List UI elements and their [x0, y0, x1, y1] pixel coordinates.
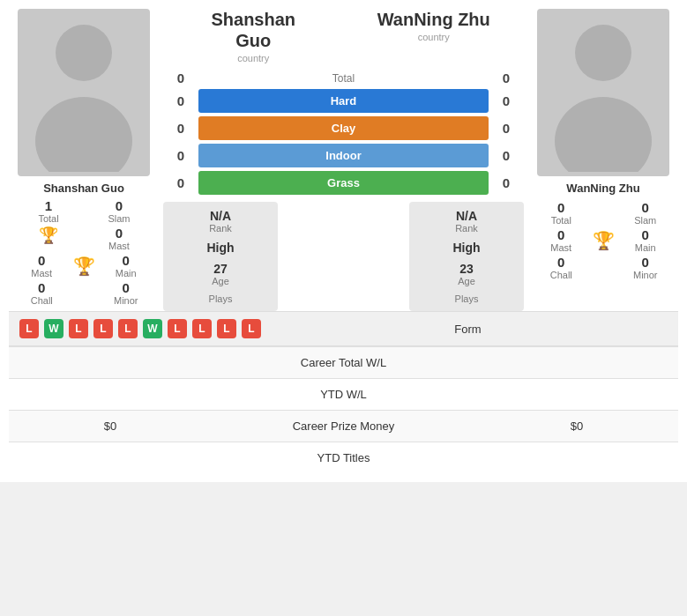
right-stats-detail: 0 Total 0 Slam 0 Mast 🏆 0 Main	[528, 198, 678, 282]
left-slam-cell: 0 Slam	[88, 198, 150, 224]
right-age-value: 23	[418, 262, 515, 276]
left-player-name: Shanshan Guo	[43, 182, 124, 195]
right-player-col: WanNing Zhu 0 Total 0 Slam 0 Mast 🏆	[528, 9, 678, 311]
form-badge-l: L	[242, 319, 261, 338]
total-label: Total	[198, 72, 489, 85]
left-country-label: country	[163, 53, 344, 63]
score-court-section: 0 Total 0 0 Hard 0 0 Clay 0 0	[163, 67, 524, 198]
left-slam-label: Slam	[108, 213, 130, 224]
career-prize-right: $0	[489, 419, 665, 433]
left-player-col: Shanshan Guo 1 Total 0 Slam 🏆 0 Mast	[9, 9, 159, 311]
right-player-name: WanNing Zhu	[566, 182, 639, 195]
left-detail-box: N/A Rank High 27 Age Plays	[163, 202, 278, 311]
clay-score-line: 0 Clay 0	[163, 116, 524, 140]
left-mast-cell: 🏆	[18, 226, 79, 251]
left-mast-label: Mast	[108, 241, 130, 251]
form-badge-l: L	[192, 319, 212, 338]
left-total-label: Total	[38, 213, 58, 224]
left-plays-value: Plays	[172, 293, 269, 304]
form-section: LWLLLWLLLL Form	[9, 311, 678, 346]
right-name-text: WanNing Zhu	[344, 9, 525, 30]
trophy-right-icon: 🏆	[593, 230, 615, 251]
left-mast-value: 0	[116, 226, 123, 241]
right-rank-value: N/A	[418, 209, 515, 223]
svg-point-3	[555, 97, 652, 172]
right-total-v: 0 Total	[537, 200, 586, 226]
indoor-score-line: 0 Indoor 0	[163, 144, 524, 167]
grass-score-line: 0 Grass 0	[163, 171, 524, 195]
form-badge-l: L	[19, 319, 39, 338]
total-score-left: 0	[163, 71, 198, 85]
indoor-score-right: 0	[489, 148, 524, 163]
right-main-v: 0 Main	[622, 227, 670, 253]
left-name-text: ShanshanGuo	[163, 9, 344, 51]
left-chall-v: 0 Chall	[18, 280, 66, 306]
left-high-value: High	[172, 241, 269, 255]
career-prize-row: $0 Career Prize Money $0	[9, 410, 678, 442]
career-total-row: Career Total W/L	[9, 346, 678, 378]
right-high-container: High	[418, 241, 515, 255]
players-comparison: Shanshan Guo 1 Total 0 Slam 🏆 0 Mast	[9, 9, 678, 311]
left-name-header: ShanshanGuo country	[163, 9, 344, 63]
left-total-value: 1	[45, 198, 52, 213]
career-total-label: Career Total W/L	[198, 356, 489, 369]
left-trophy-icon: 🏆	[39, 226, 58, 245]
right-name-header: WanNing Zhu country	[344, 9, 525, 63]
left-plays-container: Plays	[172, 293, 269, 304]
indoor-court-button[interactable]: Indoor	[198, 144, 489, 167]
center-spacer	[283, 202, 404, 311]
left-mast-v: 0 Mast	[18, 253, 66, 278]
svg-point-2	[575, 25, 631, 81]
left-age-label: Age	[172, 276, 269, 286]
form-badges: LWLLLWLLLL	[19, 319, 263, 338]
detail-section: N/A Rank High 27 Age Plays	[163, 202, 524, 311]
ytd-titles-label: YTD Titles	[198, 451, 489, 464]
left-high-container: High	[172, 241, 269, 255]
ytd-wl-row: YTD W/L	[9, 378, 678, 410]
form-badge-l: L	[118, 319, 138, 338]
left-main-v: 0 Main	[102, 253, 151, 278]
total-score-right: 0	[489, 71, 524, 85]
clay-court-button[interactable]: Clay	[198, 116, 489, 140]
form-label: Form	[268, 323, 668, 336]
right-slam-v: 0 Slam	[622, 200, 670, 226]
form-badge-l: L	[217, 319, 236, 338]
right-chall-v: 0 Chall	[537, 255, 586, 280]
total-score-line: 0 Total 0	[163, 71, 524, 85]
ytd-titles-row: YTD Titles	[9, 442, 678, 473]
hard-score-right: 0	[489, 93, 524, 108]
hard-score-line: 0 Hard 0	[163, 89, 524, 113]
left-total-cell: 1 Total	[18, 198, 79, 224]
right-plays-value: Plays	[418, 293, 515, 304]
form-badge-l: L	[168, 319, 187, 338]
left-slam-value: 0	[116, 198, 123, 213]
form-badge-w: W	[143, 319, 162, 338]
center-col: ShanshanGuo country WanNing Zhu country …	[159, 9, 528, 311]
hard-score-left: 0	[163, 93, 198, 108]
left-stats-detail: 0 Mast 🏆 0 Main 0 Chall 0 Minor	[9, 251, 159, 308]
clay-score-right: 0	[489, 121, 524, 136]
career-prize-left: $0	[22, 419, 198, 433]
hard-court-button[interactable]: Hard	[198, 89, 489, 113]
indoor-score-left: 0	[163, 148, 198, 163]
right-country-label: country	[344, 32, 525, 42]
right-age-container: 23 Age	[418, 262, 515, 286]
right-rank-label: Rank	[418, 223, 515, 234]
right-avatar	[537, 9, 669, 176]
right-plays-container: Plays	[418, 293, 515, 304]
trophy-left-icon: 🏆	[73, 256, 95, 277]
names-header-row: ShanshanGuo country WanNing Zhu country	[163, 9, 524, 63]
grass-score-right: 0	[489, 175, 524, 190]
left-trophy: 🏆	[73, 253, 95, 278]
right-mast-v: 0 Mast	[537, 227, 586, 253]
left-main-cell: 0 Mast	[88, 226, 150, 251]
ytd-wl-label: YTD W/L	[198, 388, 489, 401]
grass-court-button[interactable]: Grass	[198, 171, 489, 195]
right-age-label: Age	[418, 276, 515, 286]
left-minor-v: 0 Minor	[102, 280, 151, 306]
left-rank-value: N/A	[172, 209, 269, 223]
right-trophy: 🏆	[593, 227, 615, 253]
svg-point-1	[35, 97, 132, 172]
svg-point-0	[56, 25, 112, 81]
left-stats-grid: 1 Total 0 Slam 🏆 0 Mast	[9, 198, 159, 251]
